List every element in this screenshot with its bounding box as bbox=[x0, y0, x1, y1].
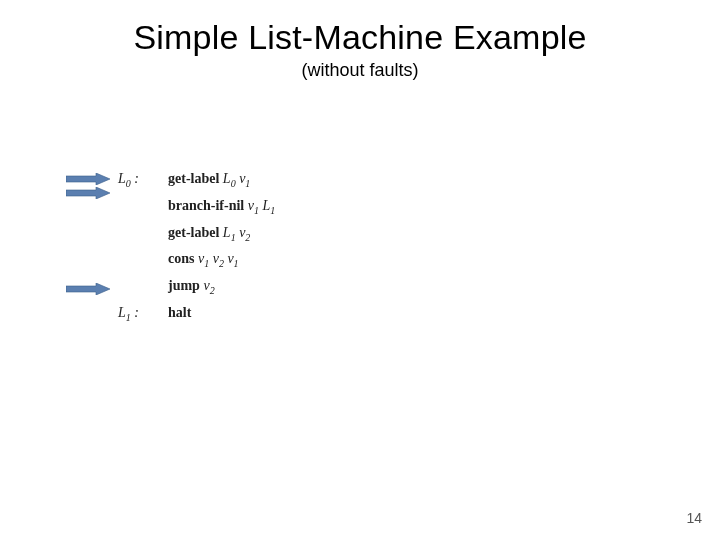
op: cons bbox=[168, 248, 194, 270]
svg-marker-1 bbox=[66, 187, 110, 199]
code-row: L0 : get-label L0 v1 bbox=[118, 168, 275, 195]
slide-title: Simple List-Machine Example bbox=[0, 18, 720, 57]
arg: v2 bbox=[213, 248, 224, 275]
arg: L1 bbox=[223, 222, 236, 249]
svg-marker-2 bbox=[66, 283, 110, 295]
arg: v2 bbox=[203, 275, 214, 302]
arg: L0 bbox=[223, 168, 236, 195]
op: jump bbox=[168, 275, 200, 297]
code-block: L0 : get-label L0 v1 branch-if-nil v1 L1… bbox=[118, 168, 275, 329]
op: branch-if-nil bbox=[168, 195, 244, 217]
slide: Simple List-Machine Example (without fau… bbox=[0, 0, 720, 540]
svg-marker-0 bbox=[66, 173, 110, 185]
arg: v1 bbox=[198, 248, 209, 275]
arg: v2 bbox=[239, 222, 250, 249]
code-row: get-label L1 v2 bbox=[118, 222, 275, 249]
arrow-icon bbox=[66, 187, 110, 197]
page-number: 14 bbox=[686, 510, 702, 526]
slide-subtitle: (without faults) bbox=[0, 60, 720, 81]
arg: L1 bbox=[262, 195, 275, 222]
op: get-label bbox=[168, 168, 219, 190]
arg: v1 bbox=[239, 168, 250, 195]
row-label: L0 : bbox=[118, 168, 168, 195]
arrow-icon bbox=[66, 283, 110, 293]
op: halt bbox=[168, 302, 191, 324]
code-row: cons v1 v2 v1 bbox=[118, 248, 275, 275]
code-row: L1 : halt bbox=[118, 302, 275, 329]
arg: v1 bbox=[227, 248, 238, 275]
arrow-icon bbox=[66, 173, 110, 183]
arg: v1 bbox=[248, 195, 259, 222]
op: get-label bbox=[168, 222, 219, 244]
code-row: branch-if-nil v1 L1 bbox=[118, 195, 275, 222]
code-row: jump v2 bbox=[118, 275, 275, 302]
row-label: L1 : bbox=[118, 302, 168, 329]
